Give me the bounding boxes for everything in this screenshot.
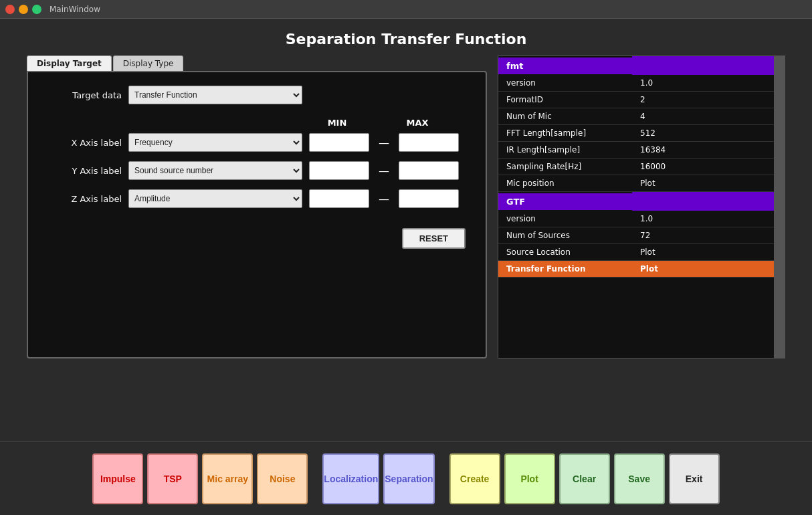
scrollbar[interactable] [774, 56, 785, 358]
info-key-micpos: Mic position [498, 175, 632, 191]
info-key-nummic: Num of Mic [498, 108, 632, 124]
info-key-irlen: IR Length[sample] [498, 142, 632, 158]
x-dash: — [379, 136, 389, 149]
x-axis-label: X Axis label [48, 138, 122, 148]
reset-button[interactable]: RESET [402, 228, 466, 249]
info-val-samprate: 16000 [632, 159, 785, 175]
info-key-formatid: FormatID [498, 92, 632, 108]
info-row-fftlen: FFT Length[sample] 512 [498, 125, 785, 142]
noise-button[interactable]: Noise [257, 453, 308, 504]
close-button[interactable] [5, 5, 15, 14]
minimize-button[interactable] [19, 5, 28, 14]
bottom-toolbar: Impulse TSP Mic array Noise Localization… [0, 441, 812, 515]
target-data-label: Target data [48, 90, 122, 100]
info-key-fftlen: FFT Length[sample] [498, 125, 632, 141]
title-bar: MainWindow [0, 0, 812, 19]
info-key-samprate: Sampling Rate[Hz] [498, 159, 632, 175]
x-min-input[interactable] [309, 133, 369, 152]
gtf-title: GTF [498, 193, 632, 210]
info-row-gtf-version: version 1.0 [498, 211, 785, 227]
y-axis-label: Y Axis label [48, 166, 122, 176]
info-row-numsrc: Num of Sources 72 [498, 227, 785, 244]
fmt-section-header: fmt [498, 56, 785, 75]
y-dash: — [379, 165, 389, 177]
info-row-formatid: FormatID 2 [498, 92, 785, 108]
info-val-micpos: Plot [632, 175, 785, 191]
info-row-micpos[interactable]: Mic position Plot [498, 175, 785, 192]
x-axis-row: X Axis label Frequency — [48, 133, 466, 152]
info-val-srcloc: Plot [632, 244, 785, 260]
separation-button[interactable]: Separation [383, 453, 434, 504]
minmax-header: MIN MAX [48, 118, 466, 128]
create-button[interactable]: Create [449, 453, 500, 504]
localization-button[interactable]: Localization [322, 453, 379, 504]
info-row-samprate: Sampling Rate[Hz] 16000 [498, 159, 785, 175]
fmt-spacer [632, 56, 785, 75]
clear-button[interactable]: Clear [559, 453, 610, 504]
min-label: MIN [304, 118, 371, 128]
info-val-nummic: 4 [632, 108, 785, 124]
window-title: MainWindow [49, 5, 100, 14]
info-row-nummic: Num of Mic 4 [498, 108, 785, 125]
y-axis-select[interactable]: Sound source number [128, 161, 302, 180]
info-key-tf: Transfer Function [498, 261, 632, 277]
z-axis-label: Z Axis label [48, 194, 122, 204]
exit-button[interactable]: Exit [669, 453, 720, 504]
z-dash: — [379, 193, 389, 205]
info-key-numsrc: Num of Sources [498, 227, 632, 243]
info-row-irlen: IR Length[sample] 16384 [498, 142, 785, 159]
info-val-formatid: 2 [632, 92, 785, 108]
info-val-version: 1.0 [632, 75, 785, 91]
x-max-input[interactable] [399, 133, 459, 152]
tab-display-target[interactable]: Display Target [27, 56, 112, 71]
micarray-button[interactable]: Mic array [202, 453, 253, 504]
x-axis-select[interactable]: Frequency [128, 133, 302, 152]
tsp-button[interactable]: TSP [147, 453, 198, 504]
z-axis-select[interactable]: Amplitude [128, 189, 302, 208]
gtf-spacer [632, 192, 785, 211]
plot-button[interactable]: Plot [504, 453, 555, 504]
left-panel: Display Target Display Type Target data … [27, 56, 487, 358]
info-val-fftlen: 512 [632, 125, 785, 141]
reset-btn-row: RESET [48, 228, 466, 249]
info-key-gtf-version: version [498, 211, 632, 227]
info-val-numsrc: 72 [632, 227, 785, 243]
tabs: Display Target Display Type [27, 56, 487, 71]
gtf-section-header: GTF [498, 192, 785, 211]
impulse-button[interactable]: Impulse [92, 453, 143, 504]
main-area: Display Target Display Type Target data … [0, 56, 812, 358]
info-val-gtf-version: 1.0 [632, 211, 785, 227]
info-key-version: version [498, 75, 632, 91]
y-axis-row: Y Axis label Sound source number — [48, 161, 466, 180]
target-data-select[interactable]: Transfer Function [128, 86, 302, 104]
page-title: Separation Transfer Function [0, 19, 812, 56]
info-val-tf: Plot [632, 261, 785, 277]
target-data-row: Target data Transfer Function [48, 86, 466, 104]
info-key-srcloc: Source Location [498, 244, 632, 260]
right-panel: fmt version 1.0 FormatID 2 Num of Mic 4 … [498, 56, 785, 358]
y-min-input[interactable] [309, 161, 369, 180]
info-row-srcloc[interactable]: Source Location Plot [498, 244, 785, 261]
z-min-input[interactable] [309, 189, 369, 208]
z-max-input[interactable] [399, 189, 459, 208]
content-box: Target data Transfer Function MIN MAX X … [27, 71, 487, 358]
maximize-button[interactable] [32, 5, 41, 14]
tab-display-type[interactable]: Display Type [113, 56, 184, 71]
z-axis-row: Z Axis label Amplitude — [48, 189, 466, 208]
info-row-version: version 1.0 [498, 75, 785, 92]
save-button[interactable]: Save [614, 453, 665, 504]
info-val-irlen: 16384 [632, 142, 785, 158]
info-row-tf[interactable]: Transfer Function Plot [498, 261, 785, 278]
y-max-input[interactable] [399, 161, 459, 180]
fmt-title: fmt [498, 58, 632, 74]
max-label: MAX [384, 118, 451, 128]
